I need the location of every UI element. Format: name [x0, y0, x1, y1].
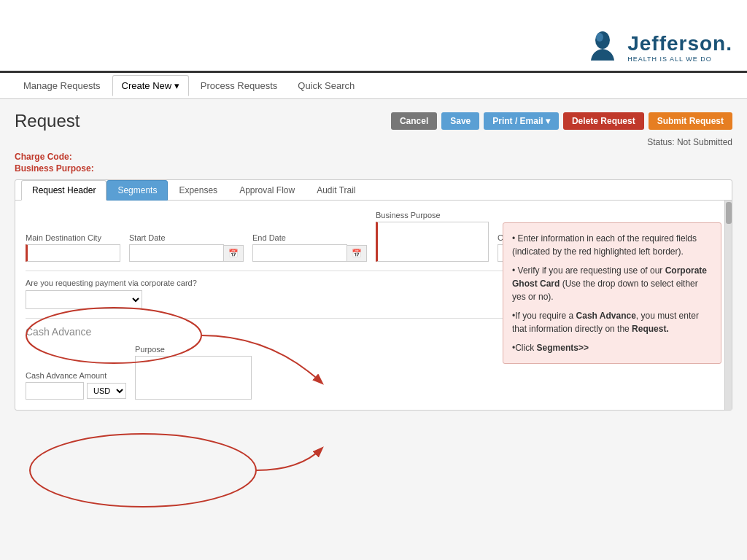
amount-input-row: USD — [26, 382, 126, 400]
main-destination-input[interactable] — [26, 244, 120, 262]
request-header-bar: Request Cancel Save Print / Email ▾ Dele… — [15, 111, 732, 131]
end-date-input[interactable] — [252, 244, 347, 262]
business-purpose-info: Business Purpose: — [15, 163, 732, 174]
tab-request-header[interactable]: Request Header — [21, 180, 107, 201]
business-purpose-field-group: Business Purpose — [376, 211, 489, 262]
business-purpose-field-label: Business Purpose — [376, 211, 489, 219]
info-bullet-1: • Enter information in each of the requi… — [512, 232, 712, 258]
form-card: Request Header Segments Expenses Approva… — [15, 179, 732, 411]
nav-create-new[interactable]: Create New ▾ — [112, 75, 189, 96]
main-destination-label: Main Destination City — [26, 233, 120, 242]
svg-point-1 — [596, 33, 603, 42]
cash-advance-amount-label: Cash Advance Amount — [26, 371, 126, 380]
end-date-label: End Date — [252, 233, 367, 242]
info-box: • Enter information in each of the requi… — [503, 222, 721, 364]
page-title: Request — [15, 111, 80, 131]
tabs: Request Header Segments Expenses Approva… — [15, 180, 732, 201]
form-body: Main Destination City Start Date 📅 End D… — [15, 201, 732, 410]
print-email-button[interactable]: Print / Email ▾ — [484, 112, 559, 130]
info-bullet-4: •Click Segments>> — [512, 341, 712, 354]
cash-advance-amount-group: Cash Advance Amount USD — [26, 371, 126, 400]
tab-segments[interactable]: Segments — [107, 180, 168, 201]
business-purpose-textarea[interactable] — [376, 222, 489, 262]
info-bullet-3: •If you require a Cash Advance, you must… — [512, 309, 712, 335]
purpose-textarea[interactable] — [135, 356, 252, 400]
jefferson-logo-icon — [585, 30, 620, 65]
start-date-group: Start Date 📅 — [129, 233, 244, 262]
nav-bar: Manage Requests Create New ▾ Process Req… — [0, 73, 747, 99]
end-date-input-wrapper: 📅 — [252, 244, 367, 262]
cash-advance-amount-input[interactable] — [26, 382, 84, 400]
action-buttons: Cancel Save Print / Email ▾ Delete Reque… — [391, 112, 732, 130]
logo-text: Jefferson. HEALTH IS ALL WE DO — [627, 32, 732, 63]
top-header: Jefferson. HEALTH IS ALL WE DO — [0, 0, 747, 73]
logo-tagline: HEALTH IS ALL WE DO — [627, 55, 732, 63]
start-date-label: Start Date — [129, 233, 244, 242]
scrollbar[interactable] — [724, 201, 732, 410]
logo-name: Jefferson. — [627, 32, 732, 55]
main-destination-group: Main Destination City — [26, 233, 120, 262]
start-date-input[interactable] — [129, 244, 224, 262]
nav-quick-search[interactable]: Quick Search — [289, 76, 363, 96]
delete-request-button[interactable]: Delete Request — [563, 112, 644, 130]
corporate-card-select[interactable]: Yes No — [26, 290, 142, 309]
status-line: Status: Not Submitted — [15, 137, 732, 147]
svg-point-3 — [30, 434, 256, 507]
tab-expenses[interactable]: Expenses — [168, 180, 228, 201]
currency-select[interactable]: USD — [87, 383, 126, 399]
charge-code-info: Charge Code: — [15, 152, 732, 162]
info-bullet-2: • Verify if you are requesting use of ou… — [512, 264, 712, 303]
tab-audit-trail[interactable]: Audit Trail — [306, 180, 366, 201]
end-date-calendar-button[interactable]: 📅 — [347, 245, 367, 262]
submit-request-button[interactable]: Submit Request — [649, 112, 732, 130]
logo-area: Jefferson. HEALTH IS ALL WE DO — [585, 30, 732, 65]
tab-approval-flow[interactable]: Approval Flow — [228, 180, 306, 201]
scrollbar-thumb — [726, 202, 732, 224]
nav-manage-requests[interactable]: Manage Requests — [15, 76, 109, 96]
start-date-input-wrapper: 📅 — [129, 244, 244, 262]
save-button[interactable]: Save — [441, 112, 479, 130]
cancel-button[interactable]: Cancel — [391, 112, 437, 130]
main-content: Request Cancel Save Print / Email ▾ Dele… — [0, 99, 747, 560]
end-date-group: End Date 📅 — [252, 233, 367, 262]
purpose-label: Purpose — [135, 345, 252, 354]
purpose-group: Purpose — [135, 345, 252, 400]
status-value: Not Submitted — [677, 137, 732, 147]
nav-process-requests[interactable]: Process Requests — [192, 76, 287, 96]
start-date-calendar-button[interactable]: 📅 — [224, 245, 244, 262]
